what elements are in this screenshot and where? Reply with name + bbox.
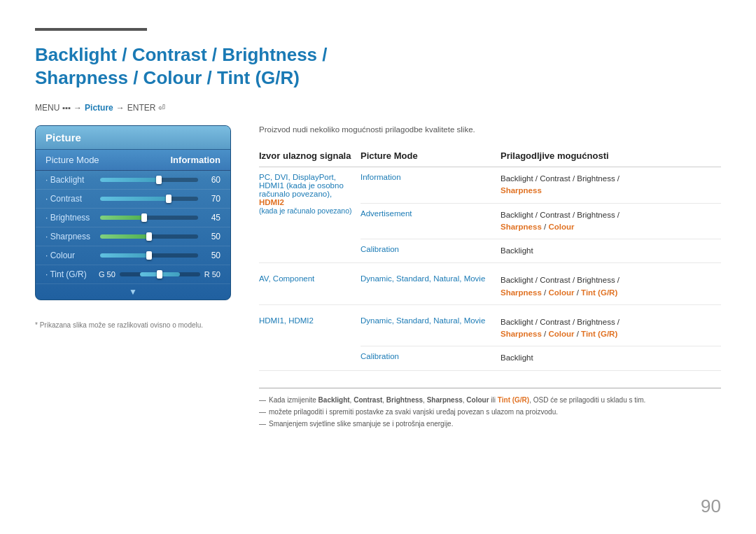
- intro-text: Proizvod nudi nekoliko mogućnosti prilag…: [259, 125, 721, 134]
- top-decorative-line: [35, 28, 147, 31]
- slider-thumb-colour: [146, 251, 152, 260]
- picture-panel: Picture Picture Mode Information Backlig…: [35, 125, 231, 300]
- arrow-icon-2: →: [116, 103, 125, 113]
- arrow-icon-1: →: [74, 103, 82, 113]
- table-feature-cell: Backlight / Contrast / Brightness /Sharp…: [500, 263, 721, 305]
- table-source-cell: PC, DVI, DisplayPort, HDMI1 (kada je oso…: [259, 167, 360, 263]
- slider-track-brightness: [100, 216, 198, 220]
- page-container: Backlight / Contrast / Brightness / Shar…: [0, 0, 756, 534]
- table-source-cell: AV, Component: [259, 263, 360, 305]
- table-feature-cell: Backlight / Contrast / Brightness /Sharp…: [500, 304, 721, 346]
- info-table: Izvor ulaznog signala Picture Mode Prila…: [259, 146, 721, 371]
- table-mode-cell: Dynamic, Standard, Natural, Movie: [360, 304, 500, 346]
- footer-note-1: — Kada izmijenite Backlight, Contrast, B…: [259, 394, 721, 406]
- slider-fill-brightness: [100, 216, 144, 220]
- slider-value-backlight: 60: [204, 175, 220, 185]
- slider-label-colour: Colour: [46, 251, 94, 260]
- slider-thumb-backlight: [156, 176, 162, 184]
- table-row: PC, DVI, DisplayPort, HDMI1 (kada je oso…: [259, 167, 721, 204]
- slider-row-contrast[interactable]: Contrast70: [36, 190, 230, 209]
- col-header-mode: Picture Mode: [360, 146, 500, 167]
- table-mode-cell: Information: [360, 167, 500, 204]
- tint-g-value: G 50: [99, 270, 115, 279]
- slider-fill-colour: [100, 253, 149, 258]
- slider-label-brightness: Brightness: [46, 213, 94, 223]
- tint-slider-thumb: [157, 270, 162, 279]
- slider-value-contrast: 70: [204, 194, 220, 204]
- col-header-features: Prilagodljive mogućnosti: [500, 146, 721, 167]
- page-title: Backlight / Contrast / Brightness / Shar…: [35, 43, 721, 89]
- page-number: 90: [701, 496, 721, 517]
- bottom-note: * Prikazana slika može se razlikovati ov…: [35, 321, 231, 329]
- slider-label-backlight: Backlight: [46, 175, 94, 185]
- slider-thumb-sharpness: [146, 232, 152, 241]
- picture-mode-value: Information: [171, 155, 221, 165]
- table-body: PC, DVI, DisplayPort, HDMI1 (kada je oso…: [259, 167, 721, 371]
- content-area: Picture Picture Mode Information Backlig…: [35, 125, 721, 506]
- sliders-container: Backlight60Contrast70Brightness45Sharpne…: [36, 171, 230, 265]
- picture-mode-row[interactable]: Picture Mode Information: [36, 150, 230, 171]
- table-mode-cell: Advertisement: [360, 203, 500, 239]
- slider-track-backlight: [100, 178, 198, 182]
- table-source-cell: HDMI1, HDMI2: [259, 304, 360, 370]
- scroll-down-arrow: ▼: [36, 284, 230, 300]
- tint-slider-track: [120, 272, 200, 276]
- slider-value-colour: 50: [204, 251, 220, 260]
- tint-label: Tint (G/R): [46, 269, 94, 279]
- picture-mode-label: Picture Mode: [46, 155, 99, 165]
- footer-note-3: — Smanjenjem svjetline slike smanjuje se…: [259, 418, 721, 430]
- slider-fill-sharpness: [100, 234, 149, 239]
- slider-fill-contrast: [100, 197, 169, 201]
- table-header-row: Izvor ulaznog signala Picture Mode Prila…: [259, 146, 721, 167]
- table-feature-cell: Backlight: [500, 239, 721, 263]
- slider-thumb-brightness: [141, 213, 147, 222]
- menu-icon: ▪▪▪: [62, 104, 71, 112]
- right-panel: Proizvod nudi nekoliko mogućnosti prilag…: [259, 125, 721, 506]
- tint-r-value: R 50: [204, 270, 220, 279]
- table-mode-cell: Dynamic, Standard, Natural, Movie: [360, 263, 500, 305]
- picture-label: Picture: [85, 103, 113, 113]
- footer-note-2: — možete prilagoditi i spremiti postavke…: [259, 406, 721, 418]
- enter-icon: ⏎: [158, 103, 165, 113]
- slider-value-brightness: 45: [204, 213, 220, 223]
- table-feature-cell: Backlight / Contrast / Brightness /Sharp…: [500, 167, 721, 204]
- table-feature-cell: Backlight: [500, 346, 721, 370]
- slider-track-colour: [100, 253, 198, 258]
- enter-label: ENTER: [127, 103, 156, 113]
- slider-track-contrast: [100, 197, 198, 201]
- slider-value-sharpness: 50: [204, 232, 220, 241]
- slider-label-contrast: Contrast: [46, 194, 94, 204]
- slider-row-colour[interactable]: Colour50: [36, 246, 230, 265]
- tint-row[interactable]: Tint (G/R) G 50 R 50: [36, 265, 230, 284]
- slider-row-brightness[interactable]: Brightness45: [36, 209, 230, 227]
- left-panel: Picture Picture Mode Information Backlig…: [35, 125, 231, 506]
- menu-path: MENU ▪▪▪ → Picture → ENTER ⏎: [35, 103, 721, 113]
- table-mode-cell: Calibration: [360, 346, 500, 370]
- menu-label: MENU: [35, 103, 59, 113]
- footer-notes: — Kada izmijenite Backlight, Contrast, B…: [259, 388, 721, 430]
- slider-label-sharpness: Sharpness: [46, 232, 94, 241]
- slider-fill-backlight: [100, 178, 159, 182]
- panel-header: Picture: [36, 126, 230, 150]
- slider-thumb-contrast: [166, 195, 172, 203]
- slider-row-backlight[interactable]: Backlight60: [36, 171, 230, 190]
- col-header-source: Izvor ulaznog signala: [259, 146, 360, 167]
- slider-row-sharpness[interactable]: Sharpness50: [36, 227, 230, 246]
- table-feature-cell: Backlight / Contrast / Brightness /Sharp…: [500, 203, 721, 239]
- table-row: AV, ComponentDynamic, Standard, Natural,…: [259, 263, 721, 305]
- table-row: HDMI1, HDMI2Dynamic, Standard, Natural, …: [259, 304, 721, 346]
- slider-track-sharpness: [100, 234, 198, 239]
- table-mode-cell: Calibration: [360, 239, 500, 263]
